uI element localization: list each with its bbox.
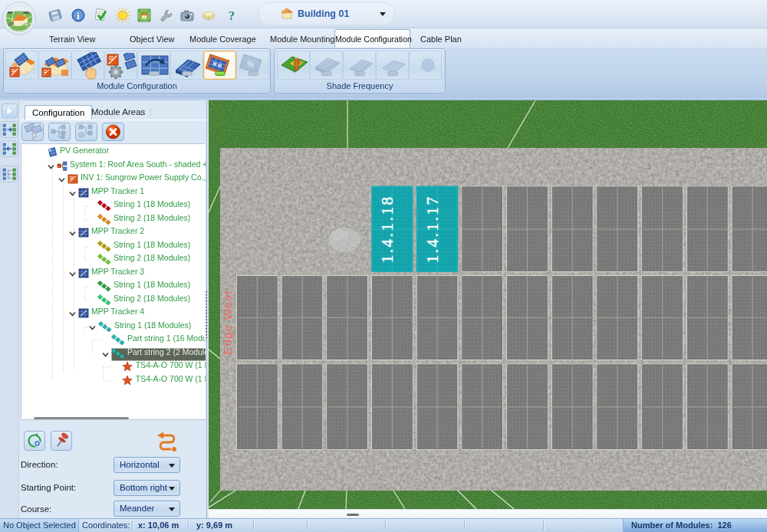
svg-text:?: ?: [229, 8, 235, 23]
svg-text:1.4.1.17: 1.4.1.17: [423, 195, 442, 263]
svg-text:Edge West: Edge West: [221, 291, 234, 355]
svg-text:1.4.1.18: 1.4.1.18: [378, 195, 397, 263]
